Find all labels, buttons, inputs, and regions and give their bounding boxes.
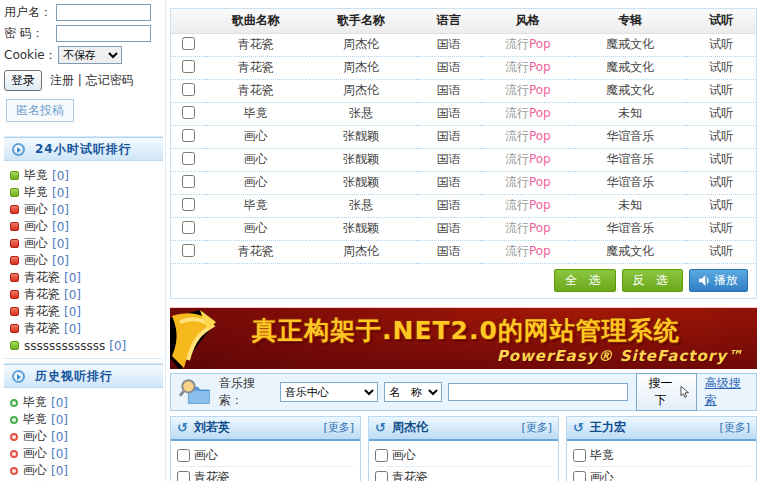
rank-item[interactable]: 青花瓷[0] — [10, 286, 163, 303]
listen-link[interactable]: 试听 — [686, 79, 756, 102]
search-input[interactable] — [448, 383, 628, 401]
rank-item-red-icon — [10, 222, 19, 231]
checkbox-cell — [171, 217, 206, 240]
invert-selection-button[interactable]: 反 选 — [622, 269, 683, 292]
listen-link[interactable]: 试听 — [686, 33, 756, 56]
artist-panel-items: 画心青花瓷 — [369, 441, 558, 481]
rank-item[interactable]: 画心[0] — [10, 462, 163, 479]
rank-item[interactable]: 毕竟[0] — [10, 394, 163, 411]
language-cell: 国语 — [417, 102, 481, 125]
search-button[interactable]: 搜一下 — [636, 373, 696, 411]
username-label: 用户名： — [4, 4, 56, 21]
register-forgot-links[interactable]: 注册 | 忘记密码 — [50, 72, 134, 89]
checkbox-cell — [171, 125, 206, 148]
row-checkbox[interactable] — [182, 37, 195, 50]
artist-panel: ↺刘若英[更多]画心青花瓷青花瓷 — [170, 416, 361, 481]
rank-item[interactable]: 画心[0] — [10, 428, 163, 445]
listen-link[interactable]: 试听 — [686, 125, 756, 148]
rank-item[interactable]: sssssssssssss[0] — [10, 337, 163, 354]
style-cell: 流行Pop — [481, 56, 575, 79]
username-input[interactable] — [56, 4, 151, 21]
play-button[interactable]: 播放 — [689, 269, 748, 292]
song-cell: 毕竟 — [206, 102, 305, 125]
rank-item[interactable]: 画心[0] — [10, 252, 163, 269]
rank-item-green-icon — [10, 416, 18, 424]
table-row: 画心张靓颖国语流行Pop华谊音乐试听 — [171, 217, 756, 240]
cookie-select[interactable]: 不保存 — [58, 46, 122, 64]
rank-item-count: [0] — [64, 305, 81, 319]
listen-link[interactable]: 试听 — [686, 148, 756, 171]
panel-song-checkbox[interactable] — [375, 449, 388, 462]
refresh-arrow-icon: ↺ — [177, 420, 188, 435]
advanced-search-link[interactable]: 高级搜索 — [705, 375, 750, 409]
more-link[interactable]: [更多] — [323, 420, 354, 435]
panel-song-item: 画心 — [177, 445, 354, 467]
style-cn-label: 流行 — [505, 152, 529, 166]
rank-item[interactable]: 画心[0] — [10, 201, 163, 218]
rank-item-label: 青花瓷 — [24, 269, 60, 286]
table-row: 青花瓷周杰伦国语流行Pop魔戒文化试听 — [171, 56, 756, 79]
panel-song-checkbox[interactable] — [177, 471, 190, 481]
panel-song-checkbox[interactable] — [177, 449, 190, 462]
rank-item[interactable]: 画心[0] — [10, 218, 163, 235]
ad-banner[interactable]: 真正构架于.NET2.0的网站管理系统 PowerEasy® SiteFacto… — [170, 307, 757, 369]
username-row: 用户名： — [4, 4, 163, 21]
row-checkbox[interactable] — [182, 106, 195, 119]
search-field-select[interactable]: 名 称 — [384, 382, 443, 402]
artist-panel: ↺周杰伦[更多]画心青花瓷全 选反 选播放 — [368, 416, 559, 481]
refresh-arrow-icon: ↺ — [573, 420, 584, 435]
rank-item-red-icon — [10, 324, 19, 333]
table-actions: 全 选 反 选 播放 — [171, 264, 756, 298]
rank-item[interactable]: 画心[0] — [10, 445, 163, 462]
rank-item[interactable]: 毕竟[0] — [10, 411, 163, 428]
artist-panel-title: 刘若英 — [194, 419, 324, 436]
anonymous-submit-button[interactable]: 匿名投稿 — [6, 99, 74, 122]
rank-item-red-icon — [10, 307, 19, 316]
row-checkbox[interactable] — [182, 244, 195, 257]
listen-link[interactable]: 试听 — [686, 56, 756, 79]
rank-item-red-icon — [10, 433, 18, 441]
row-checkbox[interactable] — [182, 83, 195, 96]
rank-item[interactable]: 毕竟[0] — [10, 184, 163, 201]
listen-link[interactable]: 试听 — [686, 194, 756, 217]
rank-item[interactable]: 青花瓷[0] — [10, 320, 163, 337]
row-checkbox[interactable] — [182, 60, 195, 73]
row-checkbox[interactable] — [182, 221, 195, 234]
rank-item[interactable]: 青花瓷[0] — [10, 303, 163, 320]
more-link[interactable]: [更多] — [521, 420, 552, 435]
listen-link[interactable]: 试听 — [686, 217, 756, 240]
panel-song-checkbox[interactable] — [573, 449, 586, 462]
row-checkbox[interactable] — [182, 175, 195, 188]
more-link[interactable]: [更多] — [719, 420, 750, 435]
sidebar: 用户名： 密 码： Cookie： 不保存 登录 注册 | 忘记密码 匿名投稿 … — [0, 0, 166, 481]
listen-link[interactable]: 试听 — [686, 171, 756, 194]
rank-item-label: 青花瓷 — [24, 286, 60, 303]
table-row: 青花瓷周杰伦国语流行Pop魔戒文化试听 — [171, 33, 756, 56]
style-cn-label: 流行 — [505, 60, 529, 74]
artist-panel-items: 画心青花瓷青花瓷 — [171, 441, 360, 481]
search-scope-select[interactable]: 音乐中心 — [280, 382, 378, 402]
artist-panel-header: ↺周杰伦[更多] — [369, 417, 558, 441]
row-checkbox[interactable] — [182, 129, 195, 142]
password-input[interactable] — [56, 25, 151, 42]
login-button[interactable]: 登录 — [4, 70, 42, 91]
panel-song-checkbox[interactable] — [375, 471, 388, 481]
section-history-ranking: 历史视听排行 毕竟[0]毕竟[0]画心[0]画心[0]画心[0]画心[0]青花瓷… — [4, 363, 163, 481]
speaker-icon — [699, 275, 710, 286]
section-24h-header: 24小时试听排行 — [4, 137, 163, 161]
listen-link[interactable]: 试听 — [686, 102, 756, 125]
row-checkbox[interactable] — [182, 198, 195, 211]
panel-song-item: 画心 — [573, 467, 750, 481]
listen-link[interactable]: 试听 — [686, 240, 756, 263]
album-cell: 未知 — [575, 194, 686, 217]
rank-item-label: 毕竟 — [24, 184, 48, 201]
panel-song-checkbox[interactable] — [573, 471, 586, 481]
style-cell: 流行Pop — [481, 217, 575, 240]
style-cn-label: 流行 — [505, 106, 529, 120]
rank-item[interactable]: 画心[0] — [10, 235, 163, 252]
rank-item[interactable]: 毕竟[0] — [10, 167, 163, 184]
select-all-button[interactable]: 全 选 — [554, 269, 615, 292]
row-checkbox[interactable] — [182, 152, 195, 165]
rank-item[interactable]: 青花瓷[0] — [10, 269, 163, 286]
panel-song-label: 青花瓷 — [194, 469, 230, 481]
